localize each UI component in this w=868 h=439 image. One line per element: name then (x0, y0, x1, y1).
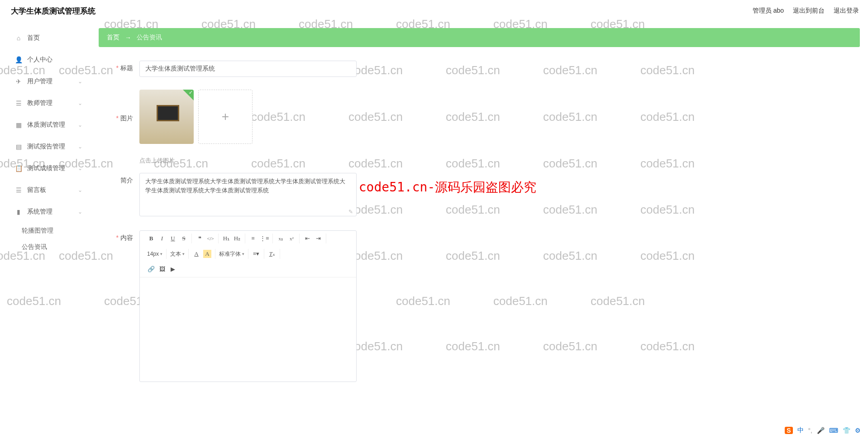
chevron-down-icon: ⌄ (78, 187, 82, 193)
breadcrumb-current: 公告资讯 (137, 33, 162, 42)
user-icon: 👤 (14, 56, 23, 63)
title-input[interactable] (139, 61, 357, 77)
home-icon: ⌂ (14, 34, 23, 42)
upload-add-button[interactable]: + (198, 90, 253, 144)
chevron-down-icon: ⌄ (78, 100, 82, 106)
code-button[interactable]: </> (206, 234, 215, 243)
logout-front-button[interactable]: 退出到前台 (793, 7, 825, 15)
rich-editor: B I U S ❝ </> H₁ H₂ (139, 230, 357, 382)
sidebar-item-home[interactable]: ⌂ 首页 (0, 27, 91, 49)
breadcrumb-home[interactable]: 首页 (107, 33, 119, 42)
sidebar-item-score-mgmt[interactable]: 📋 测试成绩管理 ⌄ (0, 157, 91, 179)
video-button[interactable]: ▶ (169, 265, 177, 273)
outdent-button[interactable]: ⇥ (314, 234, 322, 243)
bar-icon: ▮ (14, 208, 23, 215)
sidebar-item-label: 个人中心 (27, 56, 82, 64)
logout-button[interactable]: 退出登录 (834, 7, 859, 15)
sidebar-item-message[interactable]: ☰ 留言板 ⌄ (0, 179, 91, 201)
align-select[interactable]: ≡▾ (252, 250, 260, 258)
underline-button[interactable]: U (169, 234, 177, 243)
content-label: 内容 (108, 230, 139, 242)
font-size-select[interactable]: 14px (147, 251, 162, 257)
superscript-button[interactable]: x² (287, 234, 296, 243)
quote-button[interactable]: ❝ (196, 234, 204, 243)
title-label: 标题 (108, 61, 139, 72)
ime-toolbox-icon[interactable]: ⚙ (855, 427, 861, 434)
sidebar-item-report-mgmt[interactable]: ▤ 测试报告管理 ⌄ (0, 136, 91, 157)
content: 首页 → 公告资讯 标题 图片 (91, 22, 868, 439)
sidebar-item-label: 首页 (27, 34, 82, 42)
editor-toolbar: B I U S ❝ </> H₁ H₂ (140, 231, 356, 277)
bg-color-button[interactable]: A (203, 250, 211, 258)
list-icon: ☰ (14, 100, 23, 107)
sidebar-item-user-mgmt[interactable]: ✈ 用户管理 ⌄ (0, 71, 91, 92)
sidebar-item-label: 用户管理 (27, 77, 78, 86)
summary-textarea[interactable] (139, 173, 357, 216)
breadcrumb-arrow: → (125, 34, 131, 41)
clipboard-icon: 📋 (14, 165, 23, 172)
list-icon: ☰ (14, 186, 23, 194)
sidebar-item-label: 体质测试管理 (27, 121, 78, 129)
chevron-down-icon: ⌄ (78, 78, 82, 85)
sidebar-item-profile[interactable]: 👤 个人中心 (0, 49, 91, 71)
edit-icon[interactable]: ✎ (348, 209, 353, 215)
ime-keyboard-icon[interactable]: ⌨ (829, 427, 838, 434)
sidebar-item-label: 测试报告管理 (27, 143, 78, 151)
chevron-down-icon: ⌄ (78, 143, 82, 150)
grid-icon: ▦ (14, 121, 23, 129)
ime-badge[interactable]: S (785, 427, 792, 434)
font-family-select[interactable]: 标准字体 (219, 250, 244, 258)
header: 大学生体质测试管理系统 管理员 abo 退出到前台 退出登录 (0, 0, 868, 22)
unordered-list-button[interactable]: ⋮≡ (260, 234, 269, 243)
sidebar-item-label: 测试成绩管理 (27, 164, 78, 172)
sidebar-item-system[interactable]: ▮ 系统管理 ⌄ (0, 201, 91, 223)
check-icon (183, 90, 194, 100)
clear-format-button[interactable]: Tₓ (268, 250, 276, 258)
upload-hint: 点击上传图片 (108, 157, 860, 165)
font-color-button[interactable]: A (192, 250, 200, 258)
sidebar-item-label: 留言板 (27, 186, 78, 194)
app-title: 大学生体质测试管理系统 (11, 6, 95, 16)
italic-button[interactable]: I (158, 234, 166, 243)
ime-lang[interactable]: 中 (797, 426, 804, 434)
chevron-down-icon: ⌄ (78, 122, 82, 128)
sidebar-item-label: 系统管理 (27, 208, 78, 216)
link-button[interactable]: 🔗 (147, 265, 155, 273)
submenu-announcement[interactable]: 公告资讯 (0, 239, 91, 255)
editor-body[interactable] (140, 277, 356, 382)
breadcrumb: 首页 → 公告资讯 (99, 28, 860, 47)
chevron-down-icon: ⌄ (78, 209, 82, 215)
submenu-carousel[interactable]: 轮播图管理 (0, 223, 91, 239)
indent-button[interactable]: ⇤ (303, 234, 311, 243)
h2-button[interactable]: H₂ (233, 234, 241, 243)
sidebar: ⌂ 首页 👤 个人中心 ✈ 用户管理 ⌄ ☰ 教师管理 ⌄ ▦ 体质测试管理 ⌄… (0, 22, 91, 439)
summary-label: 简介 (108, 173, 139, 185)
plus-icon: + (222, 110, 229, 124)
text-mode-select[interactable]: 文本 (170, 250, 185, 258)
ordered-list-button[interactable]: ≡ (249, 234, 257, 243)
uploaded-image-thumb[interactable] (139, 90, 194, 144)
ime-bar: S 中 °, 🎤 ⌨ 👕 ⚙ (782, 425, 863, 435)
image-button[interactable]: 🖼 (158, 265, 166, 273)
sidebar-item-label: 教师管理 (27, 99, 78, 107)
h1-button[interactable]: H₁ (222, 234, 230, 243)
image-label: 图片 (108, 111, 139, 123)
user-label[interactable]: 管理员 abo (753, 7, 784, 15)
subscript-button[interactable]: x₂ (277, 234, 285, 243)
sidebar-item-fitness-mgmt[interactable]: ▦ 体质测试管理 ⌄ (0, 114, 91, 136)
ime-mic-icon[interactable]: 🎤 (817, 427, 825, 434)
ime-punct-icon[interactable]: °, (808, 427, 813, 434)
ime-skin-icon[interactable]: 👕 (843, 427, 850, 434)
doc-icon: ▤ (14, 143, 23, 150)
strike-button[interactable]: S (180, 234, 188, 243)
send-icon: ✈ (14, 78, 23, 85)
chevron-down-icon: ⌄ (78, 165, 82, 172)
sidebar-item-teacher-mgmt[interactable]: ☰ 教师管理 ⌄ (0, 92, 91, 114)
bold-button[interactable]: B (147, 234, 155, 243)
